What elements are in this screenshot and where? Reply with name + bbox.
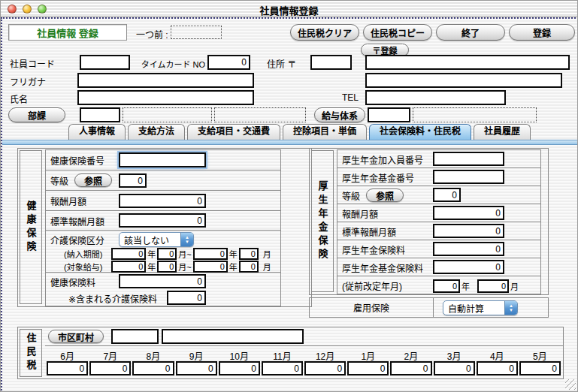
care-category-label: 介護保険区分 <box>50 234 104 246</box>
pension-premium-label: 厚生年金保険料 <box>342 243 405 255</box>
prev-label: 一つ前 : <box>136 28 168 41</box>
month-value-field[interactable]: 0 <box>477 361 518 375</box>
target-salary-to-month-field[interactable]: 0 <box>239 261 259 273</box>
month-value-field[interactable]: 0 <box>176 361 217 375</box>
year-suffix: 年 <box>229 248 238 260</box>
tel-label: TEL <box>342 92 359 103</box>
month-value-field[interactable]: 0 <box>304 361 346 375</box>
furigana-field[interactable] <box>77 73 254 88</box>
tab-underline <box>2 140 577 145</box>
resident-tax-month-values: 0 0 0 0 0 0 0 0 0 0 0 0 <box>47 361 561 375</box>
pension-fund-number-field[interactable] <box>433 170 504 184</box>
name-label: 氏名 <box>10 92 28 105</box>
month-header: 4月 <box>477 349 518 362</box>
pension-monthly-field[interactable]: 0 <box>433 206 504 220</box>
pension-premium-field[interactable]: 0 <box>433 242 504 256</box>
tab-personnel-info[interactable]: 人事情報 <box>68 124 126 140</box>
pension-fund-premium-field[interactable]: 0 <box>433 260 504 274</box>
tab-payment-method[interactable]: 支給方法 <box>128 124 185 140</box>
tab-payment-items-commute[interactable]: 支給項目・交通費 <box>187 124 280 140</box>
department-code-field[interactable] <box>80 107 120 122</box>
health-grade-field[interactable]: 0 <box>119 173 147 188</box>
pension-member-number-label: 厚生年金加入員番号 <box>342 152 423 165</box>
pension-group-label: 厚生年金保険 <box>311 150 334 292</box>
health-premium-label: 健康保険料 <box>50 275 95 288</box>
resident-tax-copy-button[interactable]: 住民税コピー <box>363 24 432 41</box>
pension-standard-monthly-field[interactable]: 0 <box>433 224 504 238</box>
pension-standard-monthly-label: 標準報酬月額 <box>342 225 396 237</box>
target-salary-from-month-field[interactable]: 0 <box>157 261 177 273</box>
employment-insurance-select[interactable]: 自動計算 ▲▼ <box>443 300 518 315</box>
register-button[interactable]: 登録 <box>509 24 575 41</box>
pension-revision-year-field[interactable]: 0 <box>433 279 460 293</box>
health-insurance-rows: 健康保険番号 等級 参照 0 報酬月額 0 標準報酬月額 0 介護 <box>45 149 281 306</box>
address1-field[interactable] <box>365 55 570 70</box>
health-number-field[interactable] <box>119 152 206 167</box>
department-name-field <box>123 107 212 122</box>
target-salary-to-year-field[interactable]: 0 <box>193 261 228 273</box>
resident-tax-month-headers: 6月 7月 8月 9月 10月 11月 12月 1月 2月 3月 4月 5月 <box>47 349 561 362</box>
payment-period-from-month-field[interactable]: 0 <box>157 248 177 260</box>
timecard-field[interactable]: 0 <box>207 55 250 70</box>
health-monthly-field[interactable]: 0 <box>119 194 206 208</box>
payment-period-to-year-field[interactable]: 0 <box>193 248 228 260</box>
health-number-label: 健康保険番号 <box>50 154 104 167</box>
department-name2-field <box>214 107 306 122</box>
health-grade-reference-button[interactable]: 参照 <box>74 173 112 187</box>
health-grade-label: 等級 <box>50 174 68 187</box>
year-suffix: 年 <box>229 261 238 273</box>
health-premium-field[interactable]: 0 <box>119 274 206 288</box>
month-value-field[interactable]: 0 <box>262 361 303 375</box>
tab-social-insurance-resident-tax[interactable]: 社会保険料・住民税 <box>369 124 471 140</box>
address2-field[interactable] <box>365 73 562 88</box>
month-header: 8月 <box>132 349 174 362</box>
pension-fund-number-label: 厚生年金基金番号 <box>342 170 414 183</box>
year-suffix: 年 <box>147 261 156 273</box>
month-suffix: 月 <box>510 280 519 292</box>
target-salary-from-year-field[interactable]: 0 <box>111 261 146 273</box>
tab-deduction-items-unit[interactable]: 控除項目・単価 <box>283 124 367 140</box>
month-value-field[interactable]: 0 <box>390 361 431 375</box>
health-standard-monthly-field[interactable]: 0 <box>119 213 206 228</box>
resident-tax-clear-button[interactable]: 住民税クリア <box>290 24 359 41</box>
pension-grade-reference-button[interactable]: 参照 <box>366 188 404 202</box>
payment-period-from-year-field[interactable]: 0 <box>111 248 146 260</box>
health-insurance-group-label: 健康保険 <box>20 150 42 304</box>
month-value-field[interactable]: 0 <box>434 361 475 375</box>
city-name-field[interactable] <box>162 329 304 344</box>
month-value-field[interactable]: 0 <box>347 361 389 375</box>
care-premium-field[interactable]: 0 <box>167 291 206 305</box>
month-header: 2月 <box>390 349 431 362</box>
pension-grade-field[interactable]: 0 <box>433 188 461 202</box>
month-suffix: 月 <box>263 261 271 273</box>
timecard-label: タイムカード NO <box>130 58 205 70</box>
exit-button[interactable]: 終了 <box>436 24 505 41</box>
address-label: 住所 〒 <box>267 57 296 70</box>
month-value-field[interactable]: 0 <box>47 361 88 375</box>
city-code-field[interactable] <box>111 329 159 344</box>
month-value-field[interactable]: 0 <box>89 361 131 375</box>
city-button[interactable]: 市区町村 <box>48 330 104 343</box>
employment-insurance-value: 自動計算 <box>443 302 504 315</box>
department-button[interactable]: 部課 <box>8 107 65 122</box>
pension-member-number-field[interactable] <box>433 152 504 166</box>
pay-system-code-field[interactable] <box>368 107 410 122</box>
month-header: 6月 <box>47 349 88 362</box>
resize-grip-icon[interactable] <box>565 379 576 390</box>
name-field[interactable] <box>77 90 254 105</box>
tab-employee-history[interactable]: 社員履歴 <box>474 124 531 140</box>
target-salary-row: (対象給与) 0 年 0 月~ 0 年 0 月 <box>62 260 273 273</box>
prev-record-field[interactable] <box>171 26 222 39</box>
tel-field[interactable] <box>365 90 506 105</box>
pay-system-button[interactable]: 給与体系 <box>314 107 365 122</box>
month-value-field[interactable]: 0 <box>219 361 260 375</box>
pension-revision-month-field[interactable]: 0 <box>477 279 509 293</box>
emp-code-field[interactable] <box>80 55 130 70</box>
month-value-field[interactable]: 0 <box>519 361 561 375</box>
payment-period-to-month-field[interactable]: 0 <box>239 248 259 260</box>
zip-code-field[interactable] <box>310 55 352 70</box>
resident-tax-panel: 住民税 市区町村 6月 7月 8月 9月 10月 11月 12月 1月 2月 3… <box>17 327 564 379</box>
care-category-select[interactable]: 該当しない ▲▼ <box>119 232 194 247</box>
month-header: 7月 <box>89 349 131 362</box>
month-value-field[interactable]: 0 <box>132 361 174 375</box>
